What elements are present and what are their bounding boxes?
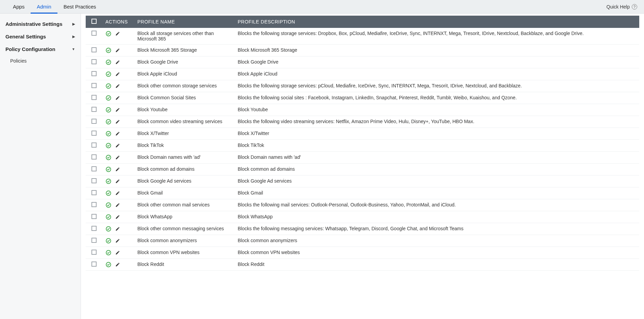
table-row: Block Apple iCloudBlock Apple iCloud xyxy=(86,68,639,80)
edit-icon[interactable] xyxy=(115,31,120,36)
profile-name-cell: Block Reddit xyxy=(134,259,234,271)
row-checkbox[interactable] xyxy=(91,107,97,112)
table-row: Block common ad domainsBlock common ad d… xyxy=(86,164,639,175)
edit-icon[interactable] xyxy=(115,202,120,208)
row-checkbox[interactable] xyxy=(91,83,97,88)
profile-name-cell: Block Gmail xyxy=(134,187,234,199)
edit-icon[interactable] xyxy=(115,119,120,124)
row-checkbox[interactable] xyxy=(91,59,97,64)
sidebar-subitem-policies[interactable]: Policies xyxy=(0,55,81,66)
row-checkbox[interactable] xyxy=(91,202,97,207)
status-ok-icon xyxy=(105,47,112,53)
topbar-tabs: Apps Admin Best Practices xyxy=(7,0,102,14)
status-ok-icon xyxy=(105,238,112,244)
row-checkbox[interactable] xyxy=(91,226,97,231)
tab-admin[interactable]: Admin xyxy=(31,0,57,14)
sidebar-item-label: Policy Configuration xyxy=(5,46,55,52)
status-ok-icon xyxy=(105,214,112,220)
row-checkbox[interactable] xyxy=(91,214,97,219)
header-profile-name: PROFILE NAME xyxy=(134,16,234,28)
status-ok-icon xyxy=(105,178,112,184)
edit-icon[interactable] xyxy=(115,48,120,53)
row-checkbox[interactable] xyxy=(91,262,97,267)
row-checkbox[interactable] xyxy=(91,166,97,171)
row-checkbox[interactable] xyxy=(91,154,97,160)
edit-icon[interactable] xyxy=(115,155,120,160)
profile-name-cell: Block WhatsApp xyxy=(134,211,234,223)
edit-icon[interactable] xyxy=(115,71,120,77)
table-row: Block common video streaming servicesBlo… xyxy=(86,116,639,128)
status-ok-icon xyxy=(105,95,112,101)
select-all-checkbox[interactable] xyxy=(91,19,97,24)
status-ok-icon xyxy=(105,226,112,232)
tab-best-practices[interactable]: Best Practices xyxy=(57,0,102,14)
header-actions: ACTIONS xyxy=(102,16,134,28)
table-row: Block other common storage servicesBlock… xyxy=(86,80,639,92)
profile-description-cell: Block Google Drive xyxy=(234,56,639,68)
main-content: ACTIONS PROFILE NAME PROFILE DESCRIPTION… xyxy=(81,14,644,319)
edit-icon[interactable] xyxy=(115,179,120,184)
header-profile-description: PROFILE DESCRIPTION xyxy=(234,16,639,28)
edit-icon[interactable] xyxy=(115,83,120,89)
profile-description-cell: Blocks the following social sites : Face… xyxy=(234,92,639,104)
profile-description-cell: Block WhatsApp xyxy=(234,211,639,223)
row-checkbox[interactable] xyxy=(91,142,97,148)
edit-icon[interactable] xyxy=(115,95,120,101)
table-row: Block RedditBlock Reddit xyxy=(86,259,639,271)
row-checkbox[interactable] xyxy=(91,190,97,195)
row-checkbox[interactable] xyxy=(91,250,97,255)
row-checkbox[interactable] xyxy=(91,238,97,243)
profile-name-cell: Block Domain names with 'ad' xyxy=(134,152,234,164)
table-row: Block Google Ad servicesBlock Google Ad … xyxy=(86,175,639,187)
table-row: Block Common Social SitesBlocks the foll… xyxy=(86,92,639,104)
edit-icon[interactable] xyxy=(115,262,120,267)
row-checkbox[interactable] xyxy=(91,31,97,36)
row-checkbox[interactable] xyxy=(91,95,97,100)
table-row: Block Domain names with 'ad'Block Domain… xyxy=(86,152,639,164)
table-row: Block TikTokBlock TikTok xyxy=(86,140,639,152)
tab-apps[interactable]: Apps xyxy=(7,0,31,14)
table-row: Block WhatsAppBlock WhatsApp xyxy=(86,211,639,223)
row-checkbox[interactable] xyxy=(91,131,97,136)
profile-description-cell: Blocks the following messaging services:… xyxy=(234,223,639,235)
status-ok-icon xyxy=(105,107,112,113)
profile-name-cell: Block other common messaging services xyxy=(134,223,234,235)
profile-description-cell: Block Microsoft 365 Storage xyxy=(234,45,639,56)
profile-description-cell: Block Domain names with 'ad' xyxy=(234,152,639,164)
quick-help-link[interactable]: Quick Help ? xyxy=(607,4,637,10)
edit-icon[interactable] xyxy=(115,226,120,232)
profile-name-cell: Block all storage services other than Mi… xyxy=(134,28,234,45)
status-ok-icon xyxy=(105,190,112,196)
status-ok-icon xyxy=(105,202,112,208)
edit-icon[interactable] xyxy=(115,107,120,113)
topbar: Apps Admin Best Practices Quick Help ? xyxy=(0,0,644,14)
profile-description-cell: Block common ad domains xyxy=(234,164,639,175)
row-checkbox[interactable] xyxy=(91,119,97,124)
edit-icon[interactable] xyxy=(115,143,120,148)
caret-right-icon: ▶ xyxy=(72,35,75,38)
edit-icon[interactable] xyxy=(115,131,120,136)
policies-table: ACTIONS PROFILE NAME PROFILE DESCRIPTION… xyxy=(86,16,639,271)
profile-name-cell: Block common ad domains xyxy=(134,164,234,175)
edit-icon[interactable] xyxy=(115,214,120,220)
table-row: Block GmailBlock Gmail xyxy=(86,187,639,199)
table-row: Block Microsoft 365 StorageBlock Microso… xyxy=(86,45,639,56)
table-row: Block YoutubeBlock Youtube xyxy=(86,104,639,116)
profile-name-cell: Block TikTok xyxy=(134,140,234,152)
sidebar-item-administrative-settings[interactable]: Administrative Settings ▶ xyxy=(0,18,81,30)
sidebar-item-general-settings[interactable]: General Settings ▶ xyxy=(0,30,81,43)
edit-icon[interactable] xyxy=(115,250,120,255)
edit-icon[interactable] xyxy=(115,60,120,65)
edit-icon[interactable] xyxy=(115,238,120,244)
edit-icon[interactable] xyxy=(115,190,120,196)
edit-icon[interactable] xyxy=(115,167,120,172)
profile-description-cell: Blocks the following video streaming ser… xyxy=(234,116,639,128)
profile-description-cell: Block Google Ad services xyxy=(234,175,639,187)
sidebar-item-policy-configuration[interactable]: Policy Configuration ▼ xyxy=(0,43,81,55)
profile-name-cell: Block Google Ad services xyxy=(134,175,234,187)
row-checkbox[interactable] xyxy=(91,71,97,76)
row-checkbox[interactable] xyxy=(91,178,97,183)
caret-down-icon: ▼ xyxy=(72,47,75,51)
sidebar: Administrative Settings ▶ General Settin… xyxy=(0,14,81,319)
row-checkbox[interactable] xyxy=(91,47,97,52)
